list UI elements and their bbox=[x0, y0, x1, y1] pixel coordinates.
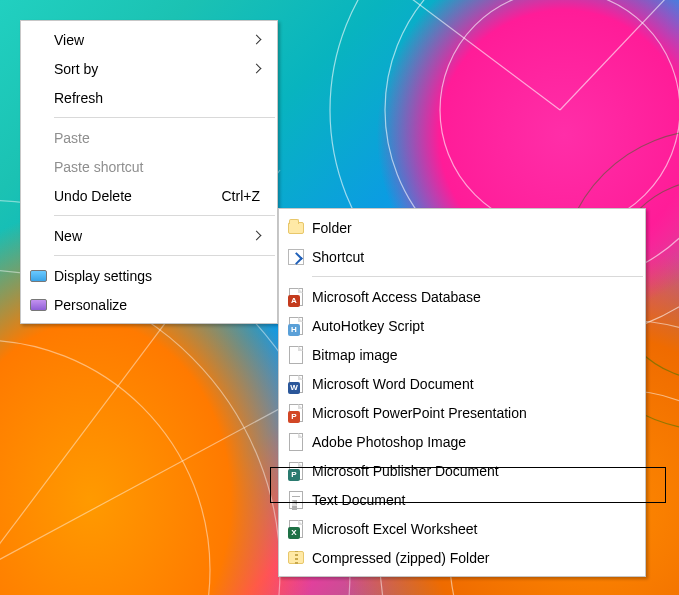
excel-file-icon: X bbox=[286, 519, 306, 539]
submenu-item-excel[interactable]: X Microsoft Excel Worksheet bbox=[280, 514, 644, 543]
folder-icon bbox=[286, 218, 306, 238]
svg-point-0 bbox=[0, 340, 210, 595]
svg-line-9 bbox=[560, 0, 679, 110]
shortcut-icon bbox=[286, 247, 306, 267]
new-submenu: Folder Shortcut A Microsoft Access Datab… bbox=[278, 208, 646, 577]
chevron-right-icon bbox=[252, 64, 262, 74]
menu-item-undo-delete[interactable]: Undo Delete Ctrl+Z bbox=[22, 181, 276, 210]
menu-label: Paste bbox=[54, 130, 266, 146]
chevron-right-icon bbox=[252, 35, 262, 45]
submenu-item-zip[interactable]: Compressed (zipped) Folder bbox=[280, 543, 644, 572]
menu-item-sort-by[interactable]: Sort by bbox=[22, 54, 276, 83]
submenu-item-access[interactable]: A Microsoft Access Database bbox=[280, 282, 644, 311]
menu-item-refresh[interactable]: Refresh bbox=[22, 83, 276, 112]
menu-label: Refresh bbox=[54, 90, 266, 106]
svg-line-8 bbox=[360, 0, 560, 110]
publisher-file-icon: P bbox=[286, 461, 306, 481]
monitor-icon bbox=[28, 266, 48, 286]
menu-item-paste-shortcut: Paste shortcut bbox=[22, 152, 276, 181]
menu-label: New bbox=[54, 228, 253, 244]
monitor-icon bbox=[28, 295, 48, 315]
submenu-item-bitmap[interactable]: Bitmap image bbox=[280, 340, 644, 369]
menu-shortcut: Ctrl+Z bbox=[222, 188, 267, 204]
menu-separator bbox=[312, 276, 643, 277]
word-file-icon: W bbox=[286, 374, 306, 394]
menu-label: Undo Delete bbox=[54, 188, 222, 204]
menu-separator bbox=[54, 215, 275, 216]
menu-separator bbox=[54, 255, 275, 256]
text-file-icon bbox=[286, 490, 306, 510]
menu-label: Shortcut bbox=[312, 249, 634, 265]
menu-label: Microsoft Word Document bbox=[312, 376, 634, 392]
menu-item-personalize[interactable]: Personalize bbox=[22, 290, 276, 319]
powerpoint-file-icon: P bbox=[286, 403, 306, 423]
menu-item-display-settings[interactable]: Display settings bbox=[22, 261, 276, 290]
menu-label: Microsoft Excel Worksheet bbox=[312, 521, 634, 537]
menu-label: Microsoft PowerPoint Presentation bbox=[312, 405, 634, 421]
access-file-icon: A bbox=[286, 287, 306, 307]
menu-label: Adobe Photoshop Image bbox=[312, 434, 634, 450]
submenu-item-text-document[interactable]: Text Document bbox=[280, 485, 644, 514]
menu-label: Compressed (zipped) Folder bbox=[312, 550, 634, 566]
menu-label: View bbox=[54, 32, 253, 48]
menu-label: AutoHotkey Script bbox=[312, 318, 634, 334]
menu-label: Paste shortcut bbox=[54, 159, 266, 175]
menu-label: Display settings bbox=[54, 268, 266, 284]
menu-label: Folder bbox=[312, 220, 634, 236]
chevron-right-icon bbox=[252, 231, 262, 241]
menu-item-new[interactable]: New bbox=[22, 221, 276, 250]
menu-label: Personalize bbox=[54, 297, 266, 313]
menu-item-paste: Paste bbox=[22, 123, 276, 152]
submenu-item-folder[interactable]: Folder bbox=[280, 213, 644, 242]
bitmap-file-icon bbox=[286, 345, 306, 365]
menu-item-view[interactable]: View bbox=[22, 25, 276, 54]
submenu-item-shortcut[interactable]: Shortcut bbox=[280, 242, 644, 271]
submenu-item-word[interactable]: W Microsoft Word Document bbox=[280, 369, 644, 398]
submenu-item-publisher[interactable]: P Microsoft Publisher Document bbox=[280, 456, 644, 485]
submenu-item-photoshop[interactable]: Adobe Photoshop Image bbox=[280, 427, 644, 456]
zip-file-icon bbox=[286, 548, 306, 568]
desktop-context-menu: View Sort by Refresh Paste Paste shortcu… bbox=[20, 20, 278, 324]
submenu-item-autohotkey[interactable]: H AutoHotkey Script bbox=[280, 311, 644, 340]
menu-label: Bitmap image bbox=[312, 347, 634, 363]
menu-label: Microsoft Publisher Document bbox=[312, 463, 634, 479]
menu-label: Microsoft Access Database bbox=[312, 289, 634, 305]
menu-label: Sort by bbox=[54, 61, 253, 77]
menu-separator bbox=[54, 117, 275, 118]
menu-label: Text Document bbox=[312, 492, 634, 508]
photoshop-file-icon bbox=[286, 432, 306, 452]
submenu-item-powerpoint[interactable]: P Microsoft PowerPoint Presentation bbox=[280, 398, 644, 427]
svg-point-5 bbox=[440, 0, 679, 230]
ahk-file-icon: H bbox=[286, 316, 306, 336]
